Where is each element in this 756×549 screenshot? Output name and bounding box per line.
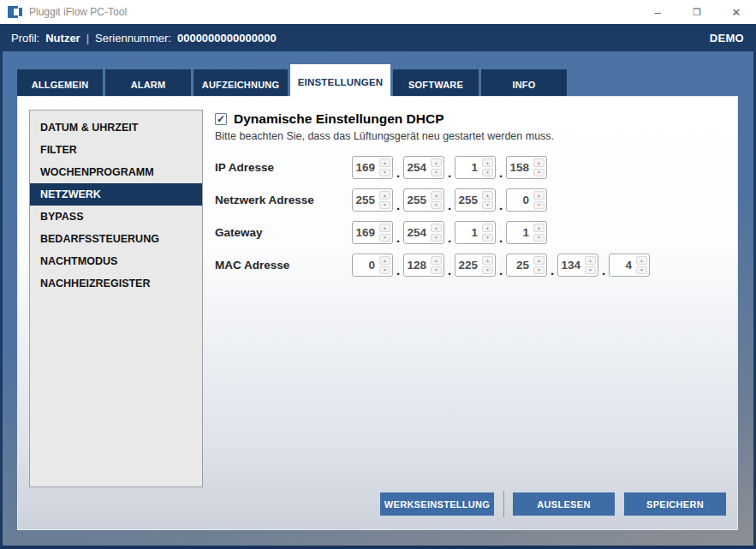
mac-octet-1-stepper[interactable]: 0 ▲▼	[352, 254, 393, 277]
close-icon[interactable]: ✕	[717, 0, 756, 24]
spin-down-icon[interactable]: ▼	[482, 266, 493, 275]
profile-separator: |	[86, 32, 89, 45]
octet-value[interactable]: 1	[507, 222, 533, 243]
spin-up-icon[interactable]: ▲	[379, 191, 390, 200]
spin-up-icon[interactable]: ▲	[379, 158, 390, 167]
octet-separator: .	[496, 232, 506, 244]
mac-octet-3-stepper[interactable]: 225 ▲▼	[455, 254, 496, 277]
spin-up-icon[interactable]: ▲	[482, 158, 493, 167]
octet-separator: .	[444, 265, 455, 277]
sidebar-item-datum-uhrzeit[interactable]: DATUM & UHRZEIT	[30, 116, 202, 139]
netmask-octet-2-stepper[interactable]: 255 ▲▼	[403, 188, 444, 212]
sidebar-item-nachtmodus[interactable]: NACHTMODUS	[30, 250, 202, 272]
tab-aufzeichnung[interactable]: AUFZEICHNUNG	[193, 69, 288, 99]
spin-up-icon[interactable]: ▲	[431, 191, 442, 200]
octet-separator: .	[496, 167, 506, 179]
netmask-octet-1-stepper[interactable]: 255 ▲▼	[352, 188, 393, 212]
spin-down-icon[interactable]: ▼	[533, 169, 545, 177]
spin-up-icon[interactable]: ▲	[431, 158, 442, 167]
octet-value[interactable]: 158	[507, 157, 533, 178]
octet-value[interactable]: 225	[455, 254, 482, 276]
spin-down-icon[interactable]: ▼	[482, 234, 493, 242]
tab-alarm[interactable]: ALARM	[105, 69, 191, 99]
auslesen-button[interactable]: AUSLESEN	[513, 492, 615, 516]
sidebar-item-filter[interactable]: FILTER	[30, 139, 202, 161]
minimize-icon[interactable]: –	[638, 0, 677, 24]
octet-value[interactable]: 255	[404, 189, 431, 211]
sidebar-item-bypass[interactable]: BYPASS	[30, 206, 202, 228]
sidebar-item-wochenprogramm[interactable]: WOCHENPROGRAMM	[30, 161, 202, 183]
window-title: Pluggit iFlow PC-Tool	[29, 6, 127, 18]
netmask-octet-3-stepper[interactable]: 255 ▲▼	[455, 188, 496, 212]
octet-value[interactable]: 169	[353, 222, 379, 243]
sidebar-item-bedarfssteuerung[interactable]: BEDARFSSTEUERUNG	[30, 228, 202, 250]
spin-down-icon[interactable]: ▼	[431, 201, 442, 210]
spin-down-icon[interactable]: ▼	[431, 169, 442, 177]
spin-up-icon[interactable]: ▲	[431, 256, 442, 265]
mac-octet-6-stepper[interactable]: 4 ▲▼	[609, 254, 650, 277]
mac-octet-2-stepper[interactable]: 128 ▲▼	[403, 254, 444, 277]
gateway-octet-2-stepper[interactable]: 254 ▲▼	[403, 221, 444, 244]
maximize-icon[interactable]: ❐	[677, 0, 717, 24]
spin-up-icon[interactable]: ▲	[482, 191, 493, 200]
mac-octet-5-stepper[interactable]: 134 ▲▼	[557, 254, 598, 277]
spin-up-icon[interactable]: ▲	[636, 256, 647, 265]
octet-value[interactable]: 1	[455, 222, 482, 243]
octet-value[interactable]: 255	[455, 189, 482, 211]
tab-allgemein[interactable]: ALLGEMEIN	[17, 69, 103, 99]
gateway-octet-1-stepper[interactable]: 169 ▲▼	[352, 221, 393, 244]
octet-value[interactable]: 134	[558, 254, 585, 276]
spin-down-icon[interactable]: ▼	[379, 266, 390, 275]
spin-up-icon[interactable]: ▲	[533, 158, 545, 167]
tab-info[interactable]: INFO	[481, 69, 567, 99]
spin-down-icon[interactable]: ▼	[379, 201, 390, 210]
spin-down-icon[interactable]: ▼	[533, 234, 545, 242]
octet-separator: .	[598, 265, 609, 277]
octet-value[interactable]: 1	[455, 157, 482, 178]
ip-octet-1-stepper[interactable]: 169 ▲▼	[352, 156, 393, 179]
octet-value[interactable]: 25	[507, 254, 533, 276]
spin-down-icon[interactable]: ▼	[533, 201, 545, 210]
tab-einstellungen[interactable]: EINSTELLUNGEN	[290, 64, 390, 99]
spin-down-icon[interactable]: ▼	[431, 266, 442, 275]
spin-up-icon[interactable]: ▲	[585, 256, 596, 265]
octet-value[interactable]: 128	[404, 254, 431, 276]
footer-actions: WERKSEINSTELLUNG AUSLESEN SPEICHERN	[380, 491, 726, 517]
mac-octet-4-stepper[interactable]: 25 ▲▼	[506, 254, 547, 277]
gateway-octet-3-stepper[interactable]: 1 ▲▼	[455, 221, 496, 244]
spin-up-icon[interactable]: ▲	[482, 224, 493, 232]
sidebar-item-netzwerk[interactable]: NETZWERK	[30, 183, 202, 206]
ip-octet-2-stepper[interactable]: 254 ▲▼	[403, 156, 444, 179]
werkseinstellung-button[interactable]: WERKSEINSTELLUNG	[380, 492, 494, 516]
spin-down-icon[interactable]: ▼	[585, 266, 596, 275]
sidebar-item-nachheizregister[interactable]: NACHHEIZREGISTER	[30, 272, 202, 295]
spin-up-icon[interactable]: ▲	[379, 256, 390, 265]
octet-value[interactable]: 169	[353, 157, 379, 178]
spin-down-icon[interactable]: ▼	[482, 169, 493, 177]
ip-octet-4-stepper[interactable]: 158 ▲▼	[506, 156, 547, 179]
spin-down-icon[interactable]: ▼	[431, 234, 442, 242]
ip-octet-3-stepper[interactable]: 1 ▲▼	[455, 156, 496, 179]
spin-down-icon[interactable]: ▼	[379, 169, 390, 177]
gateway-octet-4-stepper[interactable]: 1 ▲▼	[506, 221, 547, 244]
tab-software[interactable]: SOFTWARE	[393, 69, 479, 99]
spin-up-icon[interactable]: ▲	[533, 256, 545, 265]
octet-value[interactable]: 255	[353, 189, 379, 211]
spin-up-icon[interactable]: ▲	[533, 191, 545, 200]
spin-down-icon[interactable]: ▼	[533, 266, 545, 275]
spin-down-icon[interactable]: ▼	[379, 234, 390, 242]
spin-down-icon[interactable]: ▼	[636, 266, 647, 275]
octet-value[interactable]: 254	[404, 157, 431, 178]
octet-value[interactable]: 0	[353, 254, 379, 276]
spin-up-icon[interactable]: ▲	[379, 224, 390, 232]
octet-value[interactable]: 0	[507, 189, 533, 211]
spin-up-icon[interactable]: ▲	[482, 256, 493, 265]
octet-value[interactable]: 4	[610, 254, 636, 276]
speichern-button[interactable]: SPEICHERN	[624, 492, 726, 516]
octet-value[interactable]: 254	[404, 222, 431, 243]
spin-up-icon[interactable]: ▲	[431, 224, 442, 232]
spin-up-icon[interactable]: ▲	[533, 224, 545, 232]
spin-down-icon[interactable]: ▼	[482, 201, 493, 210]
dhcp-checkbox[interactable]: ✓	[215, 113, 227, 125]
netmask-octet-4-stepper[interactable]: 0 ▲▼	[506, 188, 547, 212]
